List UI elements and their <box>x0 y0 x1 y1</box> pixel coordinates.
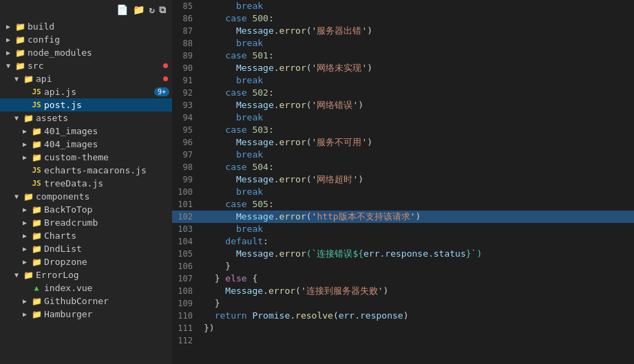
tree-arrow: ▶ <box>19 310 30 318</box>
code-row: 101 case 505: <box>172 198 634 211</box>
tree-item-Hamburger[interactable]: ▶📁Hamburger <box>0 308 172 321</box>
tree-label: post.js <box>44 100 172 110</box>
file-tree: ▶📁build▶📁config▶📁node_modules▼📁src▼📁apiJ… <box>0 20 172 321</box>
tree-item-404_images[interactable]: ▶📁404_images <box>0 138 172 151</box>
tree-item-echarts-macarons.js[interactable]: JSecharts-macarons.js <box>0 164 172 177</box>
tree-item-node_modules[interactable]: ▶📁node_modules <box>0 46 172 59</box>
tree-label: Hamburger <box>44 309 172 319</box>
tree-item-GithubCorner[interactable]: ▶📁GithubCorner <box>0 295 172 308</box>
tree-label: ErrorLog <box>36 270 172 280</box>
tree-arrow: ▼ <box>3 62 14 69</box>
js-file-icon: JS <box>30 166 43 175</box>
tree-item-index.vue[interactable]: ▲index.vue <box>0 281 172 295</box>
js-file-icon: JS <box>30 87 43 96</box>
tree-label: index.vue <box>44 283 172 293</box>
code-content: break <box>201 223 634 235</box>
code-content: case 501: <box>201 50 634 62</box>
tree-label: node_modules <box>28 47 172 58</box>
tree-arrow: ▶ <box>19 140 30 148</box>
code-content: } <box>201 260 634 272</box>
line-number: 108 <box>172 285 201 297</box>
tree-item-custom-theme[interactable]: ▶📁custom-theme <box>0 151 172 164</box>
tree-item-post.js[interactable]: JSpost.js <box>0 98 172 111</box>
code-row: 111}) <box>172 322 634 334</box>
tree-item-DndList[interactable]: ▶📁DndList <box>0 242 172 255</box>
code-content: } else { <box>201 272 634 285</box>
code-row: 88 break <box>172 37 634 50</box>
folder-icon: 📁 <box>30 153 43 162</box>
code-content: Message.error('服务不可用') <box>201 136 634 149</box>
tree-arrow: ▶ <box>19 219 30 226</box>
tree-item-treeData.js[interactable]: JStreeData.js <box>0 177 172 190</box>
line-number: 99 <box>172 173 201 186</box>
code-content: default: <box>201 235 634 248</box>
tree-item-config[interactable]: ▶📁config <box>0 33 172 46</box>
folder-icon: 📁 <box>22 74 34 84</box>
sidebar-header: 📄 📁 ↻ ⧉ <box>0 0 172 20</box>
tree-label: echarts-macarons.js <box>44 165 172 175</box>
code-row: 85 break <box>172 0 634 12</box>
line-number: 89 <box>172 50 201 62</box>
folder-icon: 📁 <box>30 218 43 228</box>
badge: 9+ <box>154 87 169 96</box>
code-row: 107 } else { <box>172 272 634 285</box>
line-number: 86 <box>172 12 201 25</box>
tree-item-src[interactable]: ▼📁src <box>0 59 172 72</box>
code-row: 98 case 504: <box>172 161 634 173</box>
tree-arrow: ▶ <box>19 127 30 135</box>
line-number: 94 <box>172 111 201 124</box>
line-number: 103 <box>172 223 201 235</box>
tree-item-assets[interactable]: ▼📁assets <box>0 111 172 125</box>
line-number: 97 <box>172 149 201 161</box>
tree-arrow: ▶ <box>19 297 30 305</box>
tree-arrow: ▶ <box>3 23 14 30</box>
tree-label: api.js <box>44 87 154 97</box>
folder-icon: 📁 <box>30 231 43 241</box>
tree-item-Breadcrumb[interactable]: ▶📁Breadcrumb <box>0 216 172 229</box>
tree-item-Charts[interactable]: ▶📁Charts <box>0 229 172 242</box>
line-number: 88 <box>172 37 201 50</box>
code-row: 106 } <box>172 260 634 272</box>
code-content: }) <box>201 322 634 334</box>
line-number: 92 <box>172 87 201 99</box>
tree-item-BackToTop[interactable]: ▶📁BackToTop <box>0 203 172 216</box>
tree-arrow: ▶ <box>19 153 30 161</box>
line-number: 102 <box>172 211 201 223</box>
code-row: 102 Message.error('http版本不支持该请求') <box>172 211 634 223</box>
code-row: 110 return Promise.resolve(err.response) <box>172 310 634 322</box>
tree-item-build[interactable]: ▶📁build <box>0 20 172 33</box>
code-row: 96 Message.error('服务不可用') <box>172 136 634 149</box>
tree-item-Dropzone[interactable]: ▶📁Dropzone <box>0 255 172 268</box>
code-row: 95 case 503: <box>172 124 634 136</box>
tree-item-ErrorLog[interactable]: ▼📁ErrorLog <box>0 268 172 281</box>
sidebar-header-icons: 📄 📁 ↻ ⧉ <box>116 4 167 16</box>
tree-arrow: ▼ <box>11 271 22 279</box>
tree-item-401_images[interactable]: ▶📁401_images <box>0 125 172 138</box>
tree-item-components[interactable]: ▼📁components <box>0 190 172 203</box>
tree-label: config <box>28 34 172 45</box>
tree-label: treeData.js <box>44 178 172 189</box>
line-number: 96 <box>172 136 201 149</box>
code-row: 105 Message.error(`连接错误${err.response.st… <box>172 248 634 260</box>
tree-label: assets <box>36 113 172 123</box>
collapse-icon[interactable]: ⧉ <box>159 4 167 16</box>
tree-arrow: ▼ <box>11 193 22 200</box>
new-folder-icon[interactable]: 📁 <box>133 4 145 16</box>
code-row: 89 case 501: <box>172 50 634 62</box>
folder-icon: 📁 <box>30 127 43 136</box>
code-row: 100 break <box>172 186 634 198</box>
code-row: 112 <box>172 334 634 347</box>
js-file-icon: JS <box>30 179 43 188</box>
folder-icon: 📁 <box>14 35 26 45</box>
code-row: 86 case 500: <box>172 12 634 25</box>
refresh-icon[interactable]: ↻ <box>149 4 155 16</box>
line-number: 101 <box>172 198 201 211</box>
tree-item-api[interactable]: ▼📁api <box>0 72 172 85</box>
modified-dot <box>163 76 168 81</box>
code-content: break <box>201 149 634 161</box>
tree-item-api.js[interactable]: JSapi.js9+ <box>0 85 172 98</box>
new-file-icon[interactable]: 📄 <box>116 4 129 16</box>
code-editor[interactable]: 85 break86 case 500:87 Message.error('服务… <box>172 0 634 364</box>
code-content: case 505: <box>201 198 634 211</box>
tree-label: api <box>36 74 163 84</box>
